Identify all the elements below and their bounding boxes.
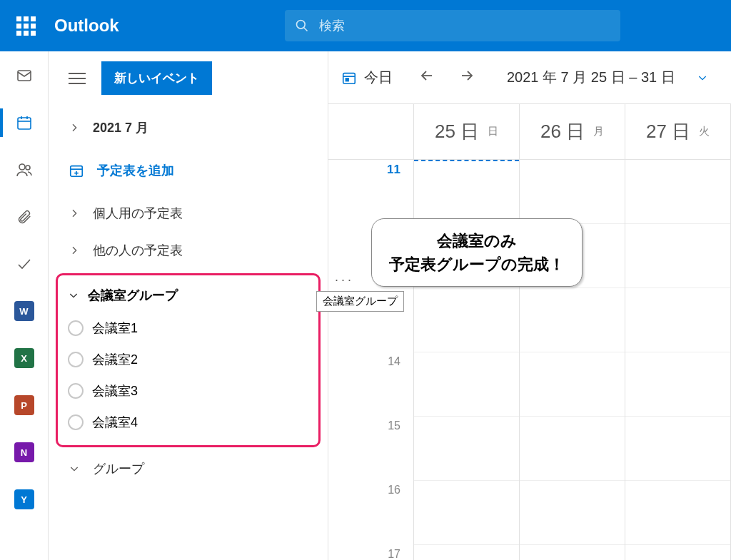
group-label: 個人用の予定表 bbox=[93, 205, 183, 222]
prev-week-button[interactable] bbox=[414, 67, 440, 88]
app-title: Outlook bbox=[54, 16, 119, 36]
chevron-right-icon bbox=[69, 122, 80, 133]
group-actions[interactable]: ··· bbox=[335, 273, 354, 287]
add-calendar-icon bbox=[69, 163, 84, 178]
calendar-grid: 11 12 13 14 15 16 17 25 日日 26 日月 27 日火 bbox=[328, 103, 731, 560]
hour-label: 16 bbox=[328, 481, 413, 545]
rail-people[interactable] bbox=[14, 160, 34, 180]
svg-point-7 bbox=[19, 164, 25, 170]
svg-rect-3 bbox=[18, 118, 31, 129]
day-col-1[interactable]: 26 日月 bbox=[520, 104, 625, 560]
attach-icon bbox=[16, 209, 32, 225]
rail-word[interactable]: W bbox=[14, 301, 34, 321]
annotation-line1: 会議室のみ bbox=[389, 229, 565, 253]
day-num: 27 日 bbox=[646, 119, 690, 144]
svg-point-8 bbox=[26, 166, 30, 170]
group-label: 会議室グループ bbox=[88, 287, 178, 304]
rail-mail[interactable] bbox=[14, 66, 34, 86]
people-icon bbox=[16, 161, 33, 178]
mail-icon bbox=[16, 67, 33, 84]
svg-rect-13 bbox=[343, 73, 356, 83]
day-num: 25 日 bbox=[435, 119, 479, 144]
group-label: グループ bbox=[93, 460, 144, 477]
new-event-button[interactable]: 新しいイベント bbox=[101, 61, 212, 95]
day-weekday: 日 bbox=[488, 125, 498, 138]
svg-line-1 bbox=[303, 28, 307, 31]
circle-icon bbox=[68, 414, 84, 430]
arrow-right-icon bbox=[458, 67, 475, 84]
calendar-toolbar: 今日 2021 年 7 月 25 日 – 31 日 bbox=[328, 51, 731, 103]
day-col-0[interactable]: 25 日日 bbox=[414, 104, 520, 560]
chevron-right-icon bbox=[69, 245, 80, 256]
rail-files[interactable] bbox=[14, 207, 34, 227]
chevron-down-icon[interactable] bbox=[697, 72, 708, 83]
rail-excel[interactable]: X bbox=[14, 348, 34, 368]
search-box[interactable] bbox=[285, 10, 620, 41]
rail-yammer[interactable]: Y bbox=[14, 489, 34, 509]
annotation-speech: 会議室のみ 予定表グループの完成！ bbox=[371, 218, 583, 287]
month-label: 2021 7 月 bbox=[93, 119, 148, 136]
app-launcher[interactable] bbox=[0, 16, 51, 36]
date-range: 2021 年 7 月 25 日 – 31 日 bbox=[507, 68, 675, 87]
arrow-left-icon bbox=[418, 67, 435, 84]
add-calendar-label: 予定表を追加 bbox=[97, 162, 174, 179]
search-input[interactable] bbox=[319, 19, 610, 34]
next-week-button[interactable] bbox=[454, 67, 480, 88]
today-icon bbox=[341, 70, 357, 86]
app-header: Outlook bbox=[0, 0, 731, 51]
left-rail: W X P N Y bbox=[0, 51, 49, 560]
day-num: 26 日 bbox=[540, 119, 585, 144]
calendar-label: 会議室2 bbox=[92, 351, 138, 368]
main-area: W X P N Y 新しいイベント 2021 7 月 予定表を追加 個人用の予定… bbox=[0, 51, 731, 560]
chevron-right-icon bbox=[69, 208, 80, 219]
day-weekday: 月 bbox=[593, 125, 604, 138]
calendar-label: 会議室3 bbox=[92, 382, 138, 399]
calendar-item-room3[interactable]: 会議室3 bbox=[64, 375, 313, 407]
circle-icon bbox=[68, 383, 84, 399]
day-columns: 25 日日 26 日月 27 日火 bbox=[414, 104, 731, 560]
group-groups[interactable]: グループ bbox=[49, 450, 328, 487]
hour-label: 14 bbox=[328, 352, 413, 417]
group-rooms[interactable]: 会議室グループ bbox=[64, 282, 313, 312]
add-calendar-button[interactable]: 予定表を追加 bbox=[49, 146, 328, 195]
calendar-item-room2[interactable]: 会議室2 bbox=[64, 344, 313, 375]
sidebar-toggle[interactable] bbox=[69, 73, 86, 84]
group-others[interactable]: 他の人の予定表 bbox=[49, 232, 328, 269]
calendar-icon bbox=[16, 114, 33, 131]
calendar-item-room4[interactable]: 会議室4 bbox=[64, 407, 313, 438]
hour-label: 17 bbox=[328, 545, 413, 560]
rail-onenote[interactable]: N bbox=[14, 442, 34, 462]
group-label: 他の人の予定表 bbox=[93, 242, 183, 259]
waffle-icon bbox=[16, 16, 36, 36]
group-personal[interactable]: 個人用の予定表 bbox=[49, 195, 328, 232]
check-icon bbox=[16, 255, 33, 273]
calendar-item-room1[interactable]: 会議室1 bbox=[64, 312, 313, 344]
month-picker[interactable]: 2021 7 月 bbox=[49, 109, 328, 146]
svg-rect-15 bbox=[346, 78, 348, 81]
annotation-line2: 予定表グループの完成！ bbox=[389, 253, 565, 276]
circle-icon bbox=[68, 320, 84, 336]
circle-icon bbox=[68, 352, 84, 367]
hour-label: 15 bbox=[328, 417, 413, 481]
group-tooltip: 会議室グループ bbox=[316, 291, 404, 312]
day-col-2[interactable]: 27 日火 bbox=[625, 104, 731, 560]
day-weekday: 火 bbox=[699, 125, 710, 138]
svg-point-0 bbox=[296, 21, 305, 29]
rail-calendar[interactable] bbox=[14, 113, 34, 133]
chevron-down-icon bbox=[69, 463, 80, 474]
search-icon bbox=[295, 19, 309, 33]
rooms-group-highlight: ··· 会議室グループ 会議室のみ 予定表グループの完成！ 会議室グループ 会議… bbox=[56, 273, 321, 447]
calendar-sidebar: 新しいイベント 2021 7 月 予定表を追加 個人用の予定表 他の人の予定表 … bbox=[49, 51, 328, 560]
chevron-down-icon bbox=[68, 290, 79, 301]
calendar-label: 会議室1 bbox=[92, 320, 138, 337]
rail-powerpoint[interactable]: P bbox=[14, 395, 34, 415]
hour-label: 11 bbox=[328, 160, 413, 224]
today-button[interactable]: 今日 bbox=[341, 68, 393, 87]
today-label: 今日 bbox=[364, 68, 393, 87]
time-column: 11 12 13 14 15 16 17 bbox=[328, 104, 414, 560]
svg-rect-2 bbox=[18, 71, 31, 81]
rail-todo[interactable] bbox=[14, 254, 34, 274]
calendar-label: 会議室4 bbox=[92, 414, 138, 431]
